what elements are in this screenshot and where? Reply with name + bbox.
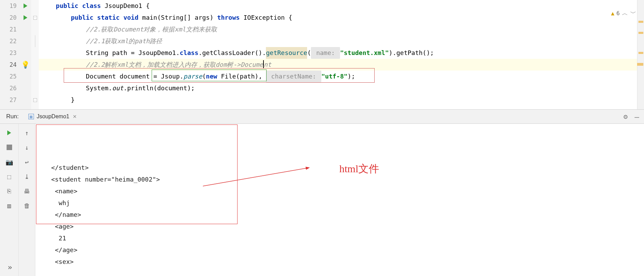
console-output[interactable]: </student> <student number="heima_0002">… bbox=[35, 124, 644, 276]
code-token: public static void bbox=[71, 12, 142, 24]
trash-icon[interactable]: 🗑 bbox=[22, 201, 32, 210]
run-toolbar-left: 📷 ⬚ ⎘ ▥ » bbox=[0, 124, 19, 276]
code-token: name: bbox=[311, 47, 340, 59]
code-line[interactable]: //2.获取Document对象，根据xml文档来获取 bbox=[39, 24, 644, 35]
error-stripe[interactable] bbox=[637, 0, 644, 109]
line-number: 24 bbox=[0, 59, 17, 71]
code-token: //2.获取Document对象，根据xml文档来获取 bbox=[86, 24, 217, 35]
gutter-actions: 💡 bbox=[19, 0, 31, 109]
code-line[interactable]: } bbox=[39, 94, 644, 106]
code-token: "student.xml" bbox=[340, 47, 389, 59]
run-gutter-icon[interactable] bbox=[24, 15, 27, 20]
gear-icon[interactable]: ⚙ bbox=[624, 112, 628, 121]
code-token: out bbox=[112, 82, 124, 94]
exit-icon[interactable]: ⎘ bbox=[5, 186, 14, 196]
print-icon[interactable]: 🖶 bbox=[22, 186, 32, 196]
chevron-down-icon[interactable]: ﹀ bbox=[630, 9, 636, 17]
hide-icon[interactable]: — bbox=[635, 112, 639, 121]
fold-close-icon[interactable]: − bbox=[33, 98, 37, 102]
code-token bbox=[41, 82, 86, 94]
line-number-gutter: 19 20 21 22 23 24 25 26 27 bbox=[0, 0, 19, 109]
fold-line bbox=[35, 35, 35, 47]
code-token: .println(document); bbox=[123, 82, 195, 94]
code-token: ( bbox=[307, 47, 311, 59]
code-token bbox=[41, 12, 71, 24]
line-number: 23 bbox=[0, 47, 17, 59]
code-token: //2.1获取xml的path路径 bbox=[86, 35, 162, 47]
code-token bbox=[41, 35, 86, 47]
code-token: ).getPath(); bbox=[389, 47, 434, 59]
code-token: } bbox=[41, 94, 75, 106]
warning-icon: ▲ bbox=[611, 10, 615, 17]
code-token: throws bbox=[217, 12, 243, 24]
code-line[interactable]: public class JsoupDemo1 { bbox=[39, 0, 644, 12]
fold-gutter: − − bbox=[31, 0, 39, 109]
bulb-icon[interactable]: 💡 bbox=[21, 61, 30, 69]
run-tab[interactable]: ▦ JsoupDemo1 ✕ bbox=[25, 110, 80, 123]
annotation-green-box-editor bbox=[152, 70, 267, 81]
rerun-button[interactable] bbox=[5, 128, 14, 138]
line-number: 20 bbox=[0, 12, 17, 24]
warning-count: 6 bbox=[616, 10, 620, 17]
run-gutter-icon[interactable] bbox=[24, 3, 27, 8]
run-toolbar-secondary: ↑ ↓ ↩ ⤓ 🖶 🗑 bbox=[19, 124, 35, 276]
camera-icon[interactable]: 📷 bbox=[5, 157, 14, 167]
line-number: 26 bbox=[0, 82, 17, 94]
code-token bbox=[41, 0, 56, 12]
code-token: public class bbox=[56, 0, 105, 12]
code-line[interactable]: System.out.println(document); bbox=[39, 82, 644, 94]
code-token: main(String[] args) bbox=[142, 12, 217, 24]
inspection-widget[interactable]: ▲ 6 ︿ ﹀ bbox=[611, 9, 636, 17]
line-number: 22 bbox=[0, 35, 17, 47]
console-line: <sex> bbox=[44, 256, 636, 268]
code-token: class bbox=[180, 47, 198, 59]
code-content[interactable]: public class JsoupDemo1 { public static … bbox=[39, 0, 644, 109]
stop-button[interactable] bbox=[5, 142, 14, 152]
code-token bbox=[41, 47, 86, 59]
annotation-red-box-console bbox=[36, 125, 238, 224]
code-token: IOException { bbox=[243, 12, 292, 24]
code-editor[interactable]: 19 20 21 22 23 24 25 26 27 💡 − − public … bbox=[0, 0, 644, 109]
console-line: </age> bbox=[44, 244, 636, 256]
code-token: String path = JsoupDemo1. bbox=[86, 47, 180, 59]
code-line[interactable]: public static void main(String[] args) t… bbox=[39, 12, 644, 24]
chevron-up-icon[interactable]: ︿ bbox=[622, 9, 628, 17]
soft-wrap-icon[interactable]: ↩ bbox=[22, 157, 32, 167]
run-config-icon: ▦ bbox=[28, 114, 34, 119]
line-number: 19 bbox=[0, 0, 17, 12]
layout-icon[interactable]: ⬚ bbox=[5, 172, 14, 181]
down-arrow-icon[interactable]: ↓ bbox=[22, 142, 32, 152]
console-panel: 📷 ⬚ ⎘ ▥ » ↑ ↓ ↩ ⤓ 🖶 🗑 </student> <studen… bbox=[0, 124, 644, 276]
code-token bbox=[41, 24, 86, 35]
more-icon[interactable]: » bbox=[5, 262, 14, 272]
run-tab-name: JsoupDemo1 bbox=[37, 113, 69, 120]
close-icon[interactable]: ✕ bbox=[73, 114, 77, 119]
line-number: 27 bbox=[0, 94, 17, 106]
console-line: 21 bbox=[44, 232, 636, 244]
code-token: getResource bbox=[266, 47, 307, 59]
code-line[interactable]: //2.1获取xml的path路径 bbox=[39, 35, 644, 47]
line-number: 21 bbox=[0, 24, 17, 35]
fold-toggle-icon[interactable]: − bbox=[33, 16, 37, 20]
code-token: JsoupDemo1 { bbox=[105, 0, 150, 12]
code-token: .getClassLoader(). bbox=[198, 47, 266, 59]
run-tool-label: Run: bbox=[0, 113, 25, 120]
layout-settings-icon[interactable]: ▥ bbox=[5, 201, 14, 210]
run-tool-window-header: Run: ▦ JsoupDemo1 ✕ ⚙ — bbox=[0, 109, 644, 124]
code-token: System. bbox=[86, 82, 112, 94]
code-line[interactable]: String path = JsoupDemo1.class.getClassL… bbox=[39, 47, 644, 59]
annotation-label: html文件 bbox=[339, 162, 379, 176]
scroll-to-end-icon[interactable]: ⤓ bbox=[22, 172, 32, 181]
line-number: 25 bbox=[0, 71, 17, 82]
up-arrow-icon[interactable]: ↑ bbox=[22, 128, 32, 138]
